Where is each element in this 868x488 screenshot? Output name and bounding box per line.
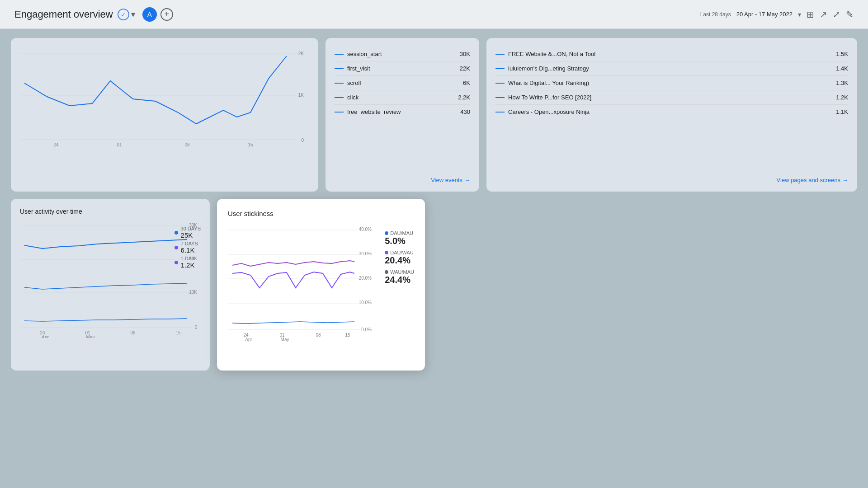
events-card: session_start 30K first_visit 22K scroll… [326,38,479,192]
bottom-row: User activity over time 30 DAYS 25K 7 DA… [11,199,857,371]
metric-dot [385,231,388,235]
page-value: 1.1K [836,108,848,115]
metric-item: DAU/WAU 20.4% [385,250,414,266]
main-chart-svg: 2K 1K 0 24 Apr 01 May 08 15 [20,47,309,146]
svg-text:20K: 20K [189,256,197,261]
svg-text:Apr: Apr [245,337,252,342]
share-icon[interactable]: ↗ [820,9,827,20]
stickiness-title: User stickiness [228,210,414,217]
event-indicator [335,83,344,84]
page-row: FREE Website &...ON, Not a Tool 1.5K [495,47,848,61]
page-indicator [495,97,505,98]
view-events-link[interactable]: View events → [431,177,470,183]
date-range-value[interactable]: 20 Apr - 17 May 2022 [736,11,793,18]
metric-label: WAU/MAU [385,269,414,275]
svg-text:0: 0 [301,138,304,143]
event-name: scroll [335,80,361,86]
page-indicator [495,68,505,69]
svg-text:2K: 2K [298,51,304,56]
svg-text:15: 15 [175,330,181,335]
event-indicator [335,112,344,113]
svg-text:40.0%: 40.0% [359,227,372,232]
event-indicator [335,68,344,69]
svg-text:08: 08 [130,330,136,335]
top-row: 2K 1K 0 24 Apr 01 May 08 15 [11,38,857,192]
event-name: free_website_review [335,108,401,115]
user-activity-card: User activity over time 30 DAYS 25K 7 DA… [11,199,210,371]
page-name: Careers - Open...xposure Ninja [495,108,590,115]
page-indicator [495,112,505,113]
page-value: 1.5K [836,51,848,57]
metric-label: DAU/MAU [385,230,414,236]
header-right: Last 28 days 20 Apr - 17 May 2022 ▾ ⊞ ↗ … [700,9,854,20]
page-value: 1.4K [836,65,848,72]
svg-text:08: 08 [184,142,190,146]
page-name: lululemon's Dig...eting Strategy [495,65,589,72]
stickiness-metrics: DAU/MAU 5.0% DAU/WAU 20.4% WAU/MAU 24.4% [385,230,414,285]
page-name: How To Write P...for SEO [2022] [495,94,591,101]
stickiness-card: User stickiness DAU/MAU 5.0% DAU/WAU 20.… [217,199,425,371]
svg-text:20.0%: 20.0% [359,276,372,281]
pages-card: FREE Website &...ON, Not a Tool 1.5K lul… [486,38,857,192]
svg-text:10.0%: 10.0% [359,300,372,305]
event-row: free_website_review 430 [335,105,470,119]
page-indicator [495,54,505,55]
event-indicator [335,97,344,98]
metric-item: DAU/MAU 5.0% [385,230,414,246]
metric-label: DAU/WAU [385,250,414,255]
svg-text:15: 15 [248,142,253,146]
svg-text:1K: 1K [298,93,304,98]
event-name: first_visit [335,65,370,72]
compare-icon[interactable]: ⤢ [833,9,840,20]
page-value: 1.2K [836,94,848,101]
main-chart-card: 2K 1K 0 24 Apr 01 May 08 15 [11,38,318,192]
main-content: 2K 1K 0 24 Apr 01 May 08 15 [0,29,868,488]
header: Engagement overview ✓ ▾ A + Last 28 days… [0,0,868,29]
svg-text:Apr: Apr [42,335,49,338]
svg-text:24: 24 [53,142,59,146]
arrow-right-icon: → [464,177,470,183]
svg-text:May: May [281,337,289,342]
page-value: 1.3K [836,80,848,86]
user-activity-chart: 30K 20K 10K 0 24 A [20,221,201,338]
metric-item: WAU/MAU 24.4% [385,269,414,285]
stickiness-chart: 40.0% 30.0% 20.0% 10.0% 0.0% [228,225,373,342]
svg-text:30K: 30K [189,223,197,228]
user-activity-svg: 30K 20K 10K 0 24 A [20,221,201,338]
svg-text:08: 08 [316,333,321,338]
page-indicator [495,83,505,84]
dropdown-arrow-icon[interactable]: ▾ [131,9,135,19]
check-icon[interactable]: ✓ [118,9,129,20]
page-name: FREE Website &...ON, Not a Tool [495,51,595,57]
edit-report-icon[interactable]: ⊞ [807,9,814,20]
main-chart: 2K 1K 0 24 Apr 01 May 08 15 [20,47,309,146]
svg-text:May: May [86,335,95,338]
date-dropdown-icon[interactable]: ▾ [798,11,801,18]
add-button[interactable]: + [160,8,173,21]
event-row: first_visit 22K [335,61,470,76]
user-activity-title: User activity over time [20,208,201,215]
svg-text:0: 0 [194,325,197,330]
event-indicator [335,54,344,55]
view-pages-link[interactable]: View pages and screens → [777,177,848,183]
metric-value: 20.4% [385,255,414,266]
events-list: session_start 30K first_visit 22K scroll… [335,47,470,119]
event-row: session_start 30K [335,47,470,61]
page-title: Engagement overview [14,9,113,20]
event-value: 430 [460,108,470,115]
event-name: click [335,94,359,101]
event-row: click 2.2K [335,90,470,105]
pages-list: FREE Website &...ON, Not a Tool 1.5K lul… [495,47,848,119]
svg-text:10K: 10K [189,290,197,295]
metric-dot [385,251,388,254]
stickiness-svg: 40.0% 30.0% 20.0% 10.0% 0.0% [228,225,373,342]
pencil-icon[interactable]: ✎ [846,9,854,20]
avatar[interactable]: A [142,7,157,22]
metric-dot [385,270,388,274]
date-range-label: Last 28 days [700,11,731,18]
event-row: scroll 6K [335,76,470,90]
svg-text:15: 15 [345,333,350,338]
svg-text:01: 01 [117,142,122,146]
page-name: What is Digital... Your Ranking) [495,80,589,86]
event-value: 30K [460,51,470,57]
